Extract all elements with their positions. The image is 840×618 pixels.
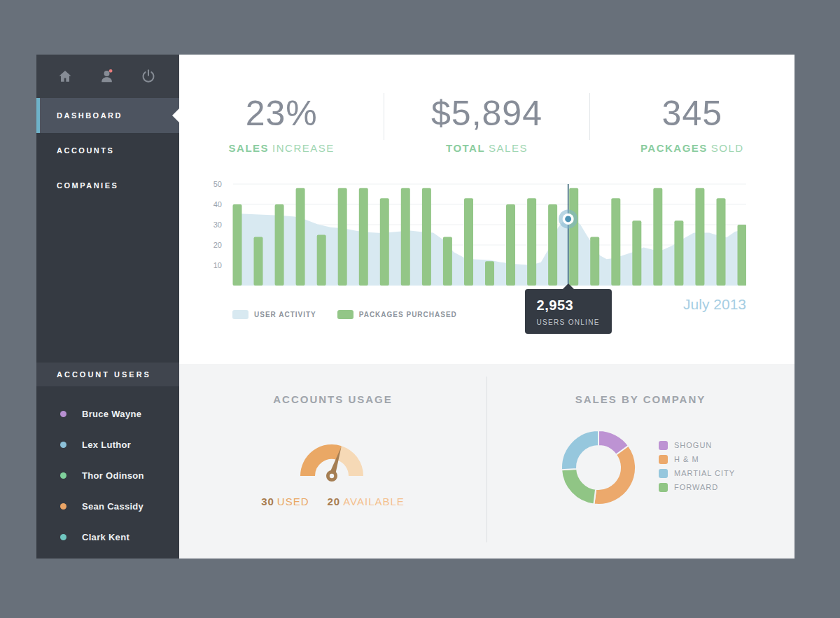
legend-swatch [337, 310, 354, 319]
sidebar-item-label: DASHBOARD [57, 111, 122, 120]
active-item-notch [172, 108, 179, 122]
stat-packages-sold: 345 PACKAGESSOLD [590, 76, 794, 154]
user-name: Thor Odinson [82, 470, 144, 481]
usage-summary: 30USED20AVAILABLE [179, 496, 486, 507]
account-users-title: ACCOUNT USERS [57, 370, 151, 379]
stat-label: TOTALSALES [384, 142, 589, 154]
list-item-user[interactable]: Sean Cassidy [36, 491, 179, 521]
legend-label: H & M [674, 455, 699, 463]
stat-label-bold: SALES [229, 142, 270, 154]
legend-label: USER ACTIVITY [254, 311, 316, 318]
section-title: ACCOUNTS USAGE [179, 393, 486, 405]
user-color-dot [60, 411, 66, 417]
user-name: Bruce Wayne [82, 409, 141, 419]
home-icon[interactable] [57, 69, 73, 84]
stat-value: 345 [590, 93, 794, 134]
legend-swatch [659, 455, 668, 464]
legend-swatch [659, 441, 668, 450]
stat-label-bold: PACKAGES [640, 142, 708, 154]
available-label: AVAILABLE [343, 496, 405, 507]
svg-text:10: 10 [214, 261, 222, 269]
stat-label-rest: SOLD [711, 142, 744, 154]
sales-by-company-section: SALES BY COMPANY SHOGUN H & M MARTIAL CI… [486, 364, 794, 559]
used-count: 30 [261, 496, 274, 507]
legend-swatch [659, 483, 668, 492]
legend-label: FORWARD [674, 483, 718, 491]
user-name: Sean Cassidy [82, 501, 144, 512]
tooltip-value: 2,953 [537, 297, 600, 314]
user-color-dot [60, 472, 66, 479]
sidebar-item-label: ACCOUNTS [57, 146, 114, 155]
power-icon[interactable] [141, 69, 156, 84]
legend-swatch [659, 469, 668, 478]
sidebar-item-companies[interactable]: COMPANIES [36, 168, 179, 203]
list-item-user[interactable]: Thor Odinson [36, 460, 179, 491]
chart-period-label: July 2013 [683, 296, 746, 313]
legend-item-user-activity: USER ACTIVITY [232, 310, 316, 319]
available-count: 20 [328, 496, 341, 507]
accounts-usage-gauge [262, 412, 402, 487]
stat-sales-increase: 23% SALESINCREASE [179, 76, 384, 154]
bottom-panel: ACCOUNTS USAGE 30USED20AVAILABLE SALES B… [179, 364, 794, 559]
accounts-usage-section: ACCOUNTS USAGE 30USED20AVAILABLE [179, 364, 486, 559]
user-color-dot [60, 534, 66, 540]
user-name: Lex Luthor [82, 440, 131, 450]
sidebar-item-dashboard[interactable]: DASHBOARD [36, 98, 179, 133]
sales-donut-chart [560, 429, 637, 509]
svg-text:50: 50 [214, 180, 222, 188]
list-item-user[interactable]: Bruce Wayne [36, 398, 179, 429]
legend-item-forward: FORWARD [659, 480, 735, 494]
svg-text:40: 40 [214, 200, 222, 209]
user-icon[interactable] [99, 69, 115, 84]
legend-label: MARTIAL CITY [674, 469, 735, 477]
user-color-dot [60, 442, 66, 448]
app-window: DASHBOARD ACCOUNTS COMPANIES ACCOUNT USE… [36, 55, 794, 559]
chart-legend: USER ACTIVITY PACKAGES PURCHASED [232, 310, 457, 319]
tooltip-sublabel: USERS ONLINE [537, 318, 600, 326]
stat-label: SALESINCREASE [179, 142, 384, 154]
account-users-list: Bruce Wayne Lex Luthor Thor Odinson Sean… [36, 398, 179, 552]
account-users-header: ACCOUNT USERS [36, 363, 179, 386]
donut-legend: SHOGUN H & M MARTIAL CITY FORWARD [659, 438, 735, 494]
stat-label-rest: SALES [489, 142, 528, 154]
legend-item-packages-purchased: PACKAGES PURCHASED [337, 310, 457, 319]
used-label: USED [277, 496, 309, 507]
user-name: Clark Kent [82, 532, 130, 542]
sidebar-item-accounts[interactable]: ACCOUNTS [36, 133, 179, 168]
legend-label: SHOGUN [674, 441, 712, 449]
svg-text:20: 20 [214, 241, 222, 249]
legend-item-shogun: SHOGUN [659, 438, 735, 452]
stat-label-bold: TOTAL [446, 142, 485, 154]
svg-text:30: 30 [214, 220, 222, 229]
sidebar: DASHBOARD ACCOUNTS COMPANIES ACCOUNT USE… [36, 55, 179, 559]
stats-row: 23% SALESINCREASE $5,894 TOTALSALES 345 … [179, 76, 794, 154]
chart-tooltip: 2,953 USERS ONLINE [525, 289, 612, 334]
section-title: SALES BY COMPANY [486, 393, 794, 405]
legend-swatch [232, 310, 248, 319]
activity-bar-chart[interactable]: 1020304050 [205, 178, 746, 288]
legend-item-martial-city: MARTIAL CITY [659, 466, 735, 480]
stat-total-sales: $5,894 TOTALSALES [384, 76, 589, 154]
stat-label: PACKAGESSOLD [590, 142, 794, 154]
stat-value: 23% [179, 93, 384, 134]
sidebar-icon-bar [36, 55, 179, 98]
stat-label-rest: INCREASE [272, 142, 335, 154]
list-item-user[interactable]: Clark Kent [36, 521, 179, 552]
legend-item-h-and-m: H & M [659, 452, 735, 466]
sidebar-item-label: COMPANIES [57, 181, 118, 190]
user-color-dot [60, 503, 66, 510]
legend-label: PACKAGES PURCHASED [359, 311, 457, 318]
stat-value: $5,894 [384, 93, 589, 134]
list-item-user[interactable]: Lex Luthor [36, 429, 179, 460]
